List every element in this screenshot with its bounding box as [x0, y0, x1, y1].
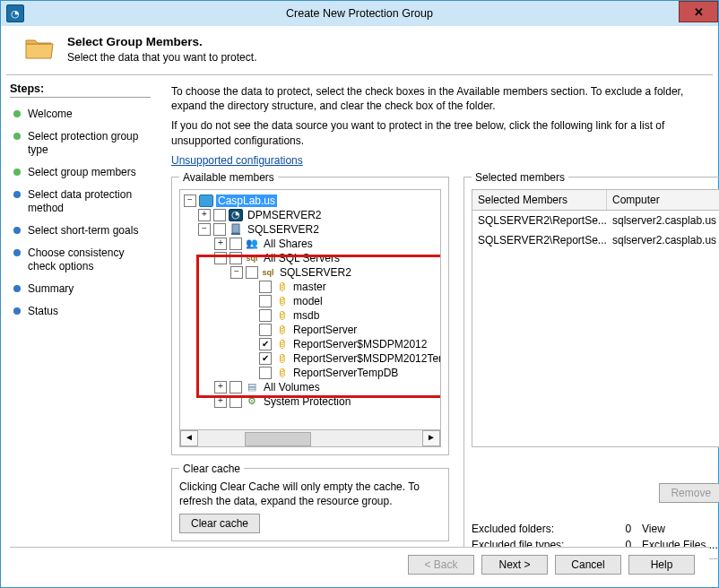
checkbox[interactable] [230, 238, 242, 250]
selected-members-group: Selected members Selected Members Comput… [463, 171, 719, 559]
unsupported-config-link[interactable]: Unsupported configurations [171, 154, 303, 167]
available-members-group: Available members − CaspLab.us + [171, 171, 449, 455]
cache-legend: Clear cache [179, 463, 244, 475]
tree-node-db[interactable]: 🛢ReportServer$MSDPM2012Ten [182, 351, 438, 366]
database-icon: 🛢 [274, 367, 289, 379]
expand-icon[interactable]: + [214, 395, 227, 408]
cell-computer: sqlserver2.casplab.us [607, 212, 719, 229]
help-button[interactable]: Help [628, 555, 695, 575]
step-short-term-goals[interactable]: Select short-term goals [10, 220, 151, 242]
scroll-left-icon[interactable]: ◄ [180, 430, 198, 446]
sql-icon: sql [261, 266, 275, 279]
checkbox[interactable] [259, 295, 272, 307]
tree-node-allvolumes[interactable]: + ▤ All Volumes [182, 380, 438, 394]
page-header: Select Group Members. Select the data th… [1, 26, 718, 74]
step-consistency-check[interactable]: Choose consistency check options [10, 242, 151, 278]
checkbox[interactable] [259, 338, 272, 350]
tree-label: master [291, 281, 328, 293]
database-icon: 🛢 [274, 324, 289, 336]
instructions: To choose the data to protect, select th… [171, 84, 706, 168]
tree-node-allsql[interactable]: − sql All SQL Servers [182, 251, 438, 265]
excluded-folders-label: Excluded folders: [472, 523, 595, 535]
selected-legend: Selected members [472, 171, 568, 184]
scroll-right-icon[interactable]: ► [422, 430, 440, 446]
share-icon: 👥 [245, 238, 259, 250]
tree-node-domain[interactable]: − CaspLab.us [182, 194, 438, 208]
checkbox[interactable] [213, 209, 226, 221]
collapse-icon[interactable]: − [214, 252, 227, 264]
remove-button[interactable]: Remove [659, 483, 719, 503]
svg-rect-0 [232, 224, 239, 233]
expand-icon[interactable]: + [198, 209, 211, 221]
step-data-protection-method[interactable]: Select data protection method [10, 184, 151, 220]
tree-node-allshares[interactable]: + 👥 All Shares [182, 237, 438, 251]
tree-node-db[interactable]: 🛢ReportServerTempDB [182, 366, 438, 380]
view-link[interactable]: View [642, 523, 719, 535]
tree-label: All Volumes [262, 381, 322, 393]
tree-node-db[interactable]: 🛢ReportServer$MSDPM2012 [182, 337, 438, 351]
database-icon: 🛢 [274, 352, 289, 365]
clear-cache-button[interactable]: Clear cache [179, 514, 260, 533]
checkbox[interactable] [259, 367, 272, 379]
tree-node-sqlinstance[interactable]: − sql SQLSERVER2 [182, 265, 438, 280]
svg-rect-1 [231, 233, 240, 235]
tree-node-dpmserver[interactable]: + ◔ DPMSERVER2 [182, 208, 438, 222]
col-selected-members[interactable]: Selected Members [472, 190, 607, 210]
tree-box: − CaspLab.us + ◔ DPMSERVER2 [179, 189, 441, 447]
tree-node-db[interactable]: 🛢msdb [182, 308, 438, 323]
step-protection-type[interactable]: Select protection group type [10, 125, 151, 161]
step-status[interactable]: Status [10, 300, 151, 323]
instructions-line2: If you do not see the data source you wa… [171, 118, 706, 147]
expand-icon[interactable]: + [214, 238, 227, 250]
checkbox[interactable] [259, 324, 272, 336]
step-summary[interactable]: Summary [10, 278, 151, 300]
tree-node-db[interactable]: 🛢model [182, 294, 438, 308]
checkbox[interactable] [259, 352, 272, 365]
tree-label: ReportServerTempDB [291, 367, 400, 379]
cancel-button[interactable]: Cancel [555, 555, 621, 575]
scroll-thumb[interactable] [245, 432, 311, 446]
tree-label: ReportServer$MSDPM2012 [291, 338, 429, 350]
tree-node-db[interactable]: 🛢master [182, 280, 438, 294]
tree-label: System Protection [262, 395, 352, 408]
checkbox[interactable] [230, 252, 242, 264]
checkbox[interactable] [230, 381, 242, 393]
titlebar: ◔ Create New Protection Group ✕ [1, 1, 718, 26]
tree-node-sysprotect[interactable]: + ⚙ System Protection [182, 394, 438, 409]
col-computer[interactable]: Computer [607, 190, 719, 210]
tree[interactable]: − CaspLab.us + ◔ DPMSERVER2 [180, 190, 440, 430]
database-icon: 🛢 [274, 295, 289, 307]
page-title: Select Group Members. [67, 35, 256, 48]
next-button[interactable]: Next > [481, 555, 548, 575]
back-button[interactable]: < Back [408, 555, 474, 575]
bullet-icon [13, 133, 21, 140]
checkbox[interactable] [259, 281, 272, 293]
tree-node-db[interactable]: 🛢ReportServer [182, 323, 438, 337]
collapse-icon[interactable]: − [230, 266, 243, 279]
volume-icon: ▤ [245, 381, 259, 393]
checkbox[interactable] [230, 395, 242, 408]
page-subtitle: Select the data that you want to protect… [67, 51, 256, 64]
instructions-line1: To choose the data to protect, select th… [171, 84, 706, 113]
table-row[interactable]: SQLSERVER2\ReportSe... sqlserver2.caspla… [472, 230, 719, 250]
selected-table: Selected Members Computer SQLSERVER2\Rep… [472, 189, 719, 447]
tree-node-sqlhost[interactable]: − SQLSERVER2 [182, 222, 438, 237]
bullet-icon [13, 285, 21, 292]
tree-label: ReportServer [291, 324, 359, 336]
close-button[interactable]: ✕ [679, 1, 718, 22]
checkbox[interactable] [246, 266, 258, 279]
wizard-footer: < Back Next > Cancel Help [10, 547, 709, 587]
step-welcome[interactable]: Welcome [10, 103, 151, 125]
table-row[interactable]: SQLSERVER2\ReportSe... sqlserver2.caspla… [472, 211, 719, 230]
checkbox[interactable] [259, 309, 272, 322]
expand-icon[interactable]: + [214, 381, 227, 393]
scroll-track[interactable] [198, 431, 422, 445]
step-group-members[interactable]: Select group members [10, 161, 151, 184]
horizontal-scrollbar[interactable]: ◄ ► [180, 429, 440, 446]
tree-label: All Shares [262, 238, 315, 250]
cell-computer: sqlserver2.casplab.us [607, 232, 719, 248]
tree-label: All SQL Servers [262, 252, 342, 264]
collapse-icon[interactable]: − [198, 223, 211, 236]
collapse-icon[interactable]: − [184, 195, 196, 207]
checkbox[interactable] [213, 223, 226, 236]
